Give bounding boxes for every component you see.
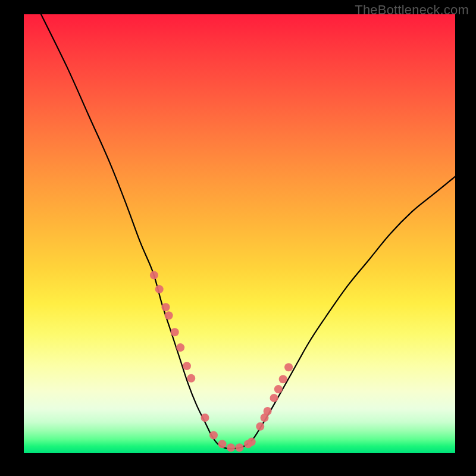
chart-frame: TheBottleneck.com (0, 0, 476, 476)
highlight-dot (155, 285, 164, 293)
highlight-dot (218, 440, 227, 448)
highlight-dot (256, 422, 264, 431)
highlight-dots-group (150, 271, 293, 452)
highlight-dot (264, 407, 272, 415)
highlight-dot (150, 271, 158, 280)
highlight-dot (274, 385, 283, 393)
highlight-dot (187, 374, 195, 383)
highlight-dot (284, 363, 293, 371)
plot-area (24, 14, 455, 453)
highlight-dot (162, 303, 170, 311)
highlight-dot (209, 431, 218, 440)
highlight-dot (201, 414, 209, 422)
bottleneck-curve (41, 14, 455, 449)
highlight-dot (279, 375, 287, 383)
highlight-dot (248, 438, 256, 446)
highlight-dot (165, 311, 173, 320)
highlight-dot (236, 443, 244, 452)
chart-svg (24, 14, 455, 453)
highlight-dot (227, 443, 235, 452)
highlight-dot (183, 362, 191, 370)
highlight-dot (270, 394, 278, 402)
highlight-dot (176, 343, 184, 352)
highlight-dot (171, 328, 179, 336)
